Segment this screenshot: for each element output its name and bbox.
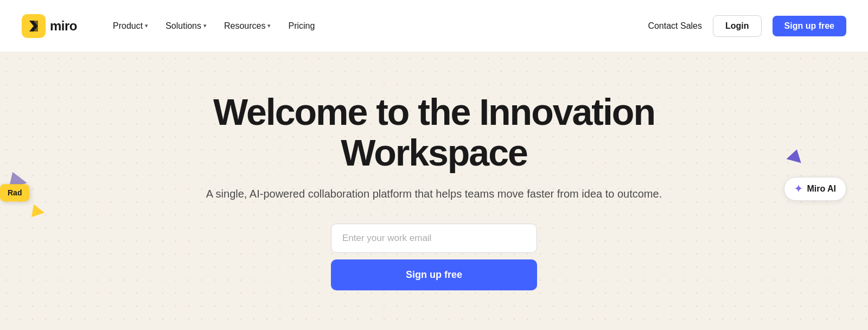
logo-icon [22, 14, 46, 38]
navbar: miro Product ▾ Solutions ▾ Resources ▾ P… [0, 0, 868, 52]
nav-item-solutions[interactable]: Solutions ▾ [158, 17, 214, 35]
chevron-down-icon: ▾ [267, 22, 271, 29]
hero-subtitle: A single, AI-powered collaboration platf… [190, 186, 678, 202]
nav-pricing-label: Pricing [288, 21, 315, 31]
logo[interactable]: miro [22, 14, 77, 38]
deco-purple-triangle-right [787, 148, 805, 163]
nav-product-label: Product [113, 21, 143, 31]
chevron-down-icon: ▾ [203, 22, 207, 29]
miro-ai-label: Miro AI [807, 184, 836, 194]
login-button[interactable]: Login [713, 15, 762, 37]
contact-sales-link[interactable]: Contact Sales [648, 21, 702, 31]
hero-content: Welcome to the Innovation Workspace A si… [190, 92, 678, 291]
hero-section: Rad ✦ Miro AI Welcome to the Innovation … [0, 52, 868, 330]
nav-item-resources[interactable]: Resources ▾ [216, 17, 278, 35]
navbar-left: miro Product ▾ Solutions ▾ Resources ▾ P… [22, 14, 322, 38]
navbar-right: Contact Sales Login Sign up free [648, 15, 846, 37]
nav-solutions-label: Solutions [165, 21, 201, 31]
chevron-down-icon: ▾ [145, 22, 148, 29]
miro-ai-badge: ✦ Miro AI [784, 177, 846, 201]
signup-button-hero[interactable]: Sign up free [331, 259, 537, 290]
deco-yellow-arrow [33, 205, 44, 218]
logo-text: miro [50, 18, 77, 34]
deco-sticky-rad: Rad [0, 184, 29, 201]
sparkle-icon: ✦ [794, 183, 802, 195]
email-input[interactable] [331, 224, 537, 253]
signup-button-nav[interactable]: Sign up free [773, 16, 846, 36]
nav-links: Product ▾ Solutions ▾ Resources ▾ Pricin… [105, 17, 322, 35]
deco-miro-ai: ✦ Miro AI [784, 177, 846, 201]
sticky-rad-label: Rad [0, 184, 29, 201]
nav-item-pricing[interactable]: Pricing [280, 17, 322, 35]
nav-item-product[interactable]: Product ▾ [105, 17, 156, 35]
hero-title: Welcome to the Innovation Workspace [190, 92, 678, 173]
nav-resources-label: Resources [224, 21, 265, 31]
